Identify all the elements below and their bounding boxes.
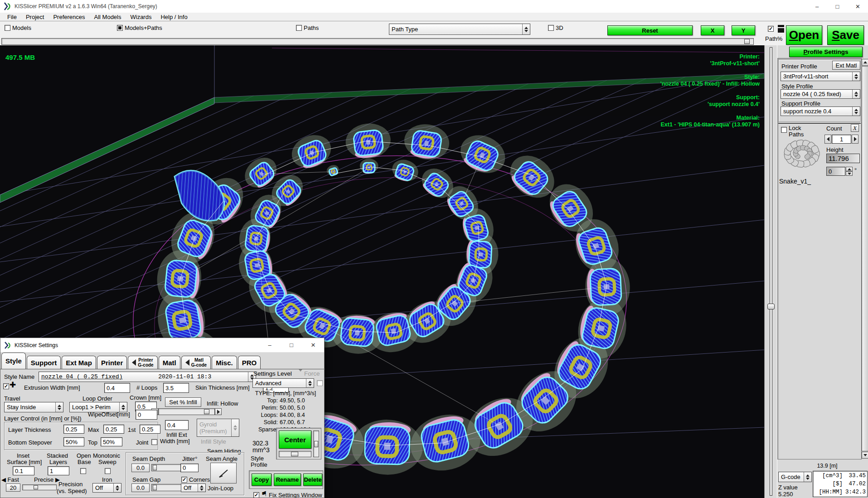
seam-gap-value[interactable]: 0.0	[131, 483, 150, 492]
reset-button[interactable]: Reset	[607, 25, 693, 35]
tab-pro[interactable]: PRO	[238, 356, 261, 369]
count-increase-button[interactable]	[852, 135, 858, 144]
style-profile-dropdown[interactable]: nozzle 04 ( 0.25 fixed)	[781, 89, 860, 99]
seam-depth-value[interactable]: 0.0	[131, 464, 150, 472]
path-pct-slider-handle[interactable]	[744, 39, 750, 44]
extrusion-width-field[interactable]: 0.4	[104, 383, 130, 393]
copy-button[interactable]: Copy	[252, 474, 272, 486]
path-pct-checkbox[interactable]	[768, 26, 774, 32]
monotonic-sweep-checkbox[interactable]	[105, 468, 111, 474]
close-button[interactable]: ✕	[848, 0, 868, 13]
count-field[interactable]: 1	[832, 135, 851, 144]
dialog-close-button[interactable]: ✕	[302, 338, 324, 352]
path-pct-slider[interactable]	[1, 38, 754, 45]
open-button[interactable]: Open	[786, 25, 822, 45]
force-checkbox[interactable]	[317, 380, 323, 386]
bottom-stepover-field[interactable]: 50%	[63, 437, 84, 446]
menu-all-models[interactable]: All Models	[90, 14, 126, 20]
style-name-dropdown[interactable]: nozzle 04 ( 0.25 fixed) 2020-11-01 18:3	[39, 372, 256, 382]
seam-gap-handle[interactable]	[153, 485, 157, 490]
join-loop-dropdown[interactable]: Off	[181, 483, 206, 492]
seam-gap-slider[interactable]	[151, 484, 181, 491]
loops-field[interactable]: 3.5	[163, 383, 189, 393]
remove-model-button[interactable]: X	[851, 124, 859, 132]
y-offset-slider[interactable]	[313, 430, 319, 457]
travel-dropdown[interactable]: Stay Inside	[4, 402, 63, 412]
tab-support[interactable]: Support	[27, 356, 61, 369]
menu-preferences[interactable]: Preferences	[48, 14, 89, 20]
support-profile-dropdown[interactable]: support nozzle 0.4	[781, 106, 860, 116]
infill-slider-handle[interactable]	[204, 409, 209, 414]
model-item-snake[interactable]: Lock Paths Count X 1 Height 11.796 0 °	[778, 123, 861, 180]
precision-steps-button[interactable]: 20	[6, 483, 20, 492]
maximize-button[interactable]: □	[827, 0, 848, 13]
y-offset-handle[interactable]	[314, 441, 318, 447]
dialog-title-bar[interactable]: KISSlicer Settings – □ ✕	[0, 338, 324, 353]
dialog-maximize-button[interactable]: □	[281, 338, 302, 352]
set-infill-button[interactable]: Set % Infill	[165, 397, 201, 407]
style-enable-checkbox[interactable]	[3, 383, 9, 389]
x-offset-handle[interactable]	[291, 452, 298, 456]
rotation-field[interactable]: 0	[826, 167, 845, 176]
fix-settings-checkbox[interactable]	[253, 492, 259, 498]
path-color-swatch-icon[interactable]	[778, 25, 784, 33]
tab-misc[interactable]: Misc.	[212, 356, 237, 369]
gcode-dropdown[interactable]: G-code	[778, 472, 812, 482]
paths-checkbox[interactable]	[296, 25, 302, 31]
menu-project[interactable]: Project	[21, 14, 48, 20]
tab-printer[interactable]: Printer	[97, 356, 127, 369]
printer-profile-dropdown[interactable]: 3ntProf-v11-short	[781, 72, 860, 81]
menu-help-info[interactable]: Help / Info	[156, 14, 192, 20]
dialog-minimize-button[interactable]: –	[259, 338, 281, 352]
profile-settings-button[interactable]: Profile Settings	[789, 47, 863, 57]
joint-checkbox[interactable]	[151, 439, 157, 445]
lock-paths-checkbox[interactable]	[781, 127, 787, 133]
count-decrease-button[interactable]	[824, 135, 831, 144]
z-preview-slider[interactable]	[764, 45, 777, 498]
inset-surface-field[interactable]: 0.1	[13, 466, 34, 475]
tab-printer-g-code[interactable]: PrinterG-code	[128, 356, 157, 369]
stacked-layers-field[interactable]: 1	[48, 466, 69, 475]
top-field[interactable]: 50%	[101, 437, 122, 446]
rename-button[interactable]: Rename	[274, 474, 301, 486]
z-preview-handle[interactable]	[767, 304, 775, 309]
models-checkbox[interactable]	[5, 25, 10, 31]
menu-wizards[interactable]: Wizards	[126, 14, 156, 20]
list-scroll-up-button[interactable]	[862, 59, 868, 66]
seam-depth-slider[interactable]	[151, 464, 181, 471]
tab-matl[interactable]: Matl	[159, 356, 180, 369]
jitter-field[interactable]: 0	[180, 464, 199, 472]
precision-slider[interactable]	[22, 484, 57, 490]
rotation-spinner[interactable]	[846, 167, 853, 176]
center-button[interactable]: Center	[279, 430, 311, 449]
x-axis-button[interactable]: X	[701, 25, 724, 35]
minimize-button[interactable]: –	[807, 0, 827, 13]
infill-slider-right-button[interactable]	[215, 408, 222, 415]
models-paths-checkbox[interactable]	[117, 25, 123, 31]
first-field[interactable]: 0.25	[140, 425, 160, 434]
tab-style[interactable]: Style	[1, 353, 26, 369]
precision-slider-handle[interactable]	[34, 485, 38, 489]
seam-depth-handle[interactable]	[153, 465, 157, 470]
list-scrollbar-thumb[interactable]	[862, 66, 868, 451]
seam-angle-button[interactable]	[210, 463, 237, 483]
tab-ext-map[interactable]: Ext Map	[62, 356, 96, 369]
x-offset-slider[interactable]	[279, 451, 311, 457]
layer-thickness-field[interactable]: 0.25	[63, 425, 84, 434]
list-scroll-down-button[interactable]	[862, 452, 868, 459]
corners-checkbox[interactable]	[181, 477, 187, 483]
y-axis-button[interactable]: Y	[732, 25, 755, 35]
infill-ext-field[interactable]: 0.4	[165, 420, 189, 430]
open-base-checkbox[interactable]	[80, 468, 86, 474]
save-button[interactable]: Save	[827, 25, 864, 45]
tab-matl-g-code[interactable]: MatlG-code	[181, 356, 211, 369]
settings-level-dropdown[interactable]: Advanced	[252, 378, 314, 388]
max-field[interactable]: 0.25	[103, 425, 124, 434]
3d-checkbox[interactable]	[548, 25, 554, 31]
infill-slider[interactable]	[158, 408, 215, 415]
ext-matl-button[interactable]: Ext Matl	[832, 61, 860, 70]
add-style-icon[interactable]: ✚	[10, 380, 16, 390]
delete-button[interactable]: Delete	[303, 474, 322, 486]
menu-file[interactable]: File	[3, 14, 21, 20]
wipe-offset-field[interactable]: 0	[136, 410, 157, 420]
